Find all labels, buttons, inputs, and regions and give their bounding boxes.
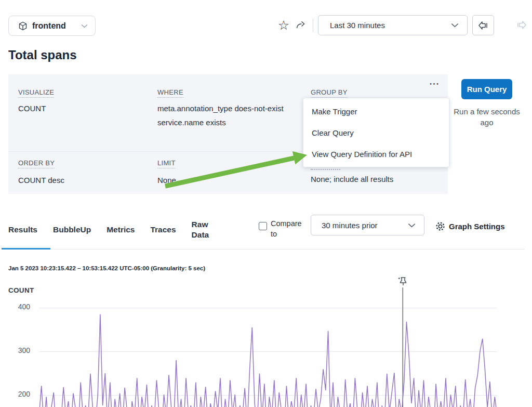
page-title: Total spans [8,48,77,62]
star-icon: ☆ [278,19,289,32]
dataset-selector[interactable]: frontend [8,16,96,36]
run-query-button[interactable]: Run Query [461,79,512,99]
limit-value[interactable]: None [157,175,176,186]
dataset-cube-icon [18,21,28,31]
where-clause[interactable]: service.name exists [157,117,284,128]
chart-series-line [39,314,497,407]
menu-item-make-trigger[interactable]: Make Trigger [303,101,449,122]
time-range-value: Last 30 minutes [330,21,451,30]
tab-traces[interactable]: Traces [150,225,176,235]
where-label[interactable]: WHERE [157,88,183,98]
pin-icon[interactable] [397,275,408,288]
chevron-down-icon [81,24,88,28]
forward-arrow-icon [516,20,527,30]
menu-item-view-query-definition[interactable]: View Query Definition for API [303,143,449,165]
tab-raw-data[interactable]: Raw Data [192,219,215,240]
ellipsis-icon: ••• [430,81,440,87]
chevron-down-icon [451,23,459,28]
tab-bar-divider [5,249,525,250]
tab-results[interactable]: Results [8,225,37,235]
tab-metrics[interactable]: Metrics [107,225,135,235]
compare-checkbox[interactable] [259,222,267,230]
share-button[interactable] [295,20,307,30]
more-options-button[interactable]: ••• [427,78,443,89]
having-value[interactable]: None; include all results [311,174,393,185]
graph-settings-button[interactable]: Graph Settings [449,222,505,231]
dataset-name: frontend [32,21,77,31]
gear-icon [435,221,445,231]
menu-item-clear-query[interactable]: Clear Query [303,122,449,143]
app-root: frontend ☆ Last 30 minutes Total spans V… [0,0,532,407]
topbar-divider [313,19,313,32]
tab-bubbleup[interactable]: BubbleUp [53,225,91,235]
order-by-label[interactable]: ORDER BY [18,159,55,168]
favorite-star-button[interactable]: ☆ [277,18,290,32]
time-range-select[interactable]: Last 30 minutes [318,15,468,35]
active-tab-underline [2,248,50,250]
compare-label[interactable]: Compare to [271,218,305,239]
visualize-label[interactable]: VISUALIZE [18,88,54,98]
share-arrow-icon [296,20,306,30]
chart-time-range-title: Jan 5 2023 10:23:15.422 – 10:53:15.422 U… [8,265,205,271]
compare-range-select[interactable]: 30 minutes prior [311,215,424,235]
limit-label[interactable]: LIMIT [157,159,176,168]
where-values[interactable]: meta.annotation_type does-not-exist serv… [157,103,284,131]
history-forward-button[interactable] [515,20,528,30]
query-actions-menu: Make Trigger Clear Query View Query Defi… [303,98,449,167]
chart-canvas [0,275,532,407]
compare-range-value: 30 minutes prior [322,221,408,230]
chart-plot[interactable]: 400300200 [0,275,532,407]
group-by-label[interactable]: GROUP BY [311,88,348,98]
order-by-value[interactable]: COUNT desc [18,175,64,186]
history-back-button[interactable] [472,15,494,35]
back-arrow-icon [477,21,489,30]
run-status-text: Run a few seconds ago [452,106,522,128]
where-clause[interactable]: meta.annotation_type does-not-exist [157,103,284,114]
chevron-down-icon [408,223,416,228]
results-tab-bar: Results BubbleUp Metrics Traces Raw Data [8,218,215,242]
visualize-value[interactable]: COUNT [18,103,46,114]
